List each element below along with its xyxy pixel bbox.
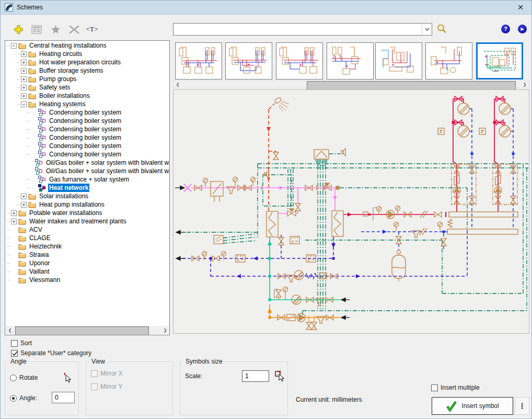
tree-item[interactable]: Condensing boiler system [5,142,169,150]
insert-symbol-button[interactable]: Insert symbol [432,397,513,415]
tree-item[interactable]: +Boiler installations [5,92,169,100]
scheme-thumbnail[interactable] [175,42,222,80]
pick-scale-button[interactable] [274,370,286,382]
tree-item[interactable]: Heiztechnik [5,242,169,251]
tree-horizontal-scrollbar[interactable]: ❮ ❯ [6,326,169,334]
tree-item[interactable]: −Central heating installations [5,41,169,50]
tree-item[interactable]: +Solar installations [5,192,169,200]
mirror-x-checkbox[interactable] [91,370,98,377]
delete-button[interactable] [68,23,80,36]
mirror-y-label: Mirror Y [100,383,122,390]
properties-button[interactable] [30,23,43,36]
tree-item[interactable]: Condensing boiler system [5,133,169,142]
angle-radio[interactable] [10,395,17,402]
tree-item[interactable]: Oil/Gas boiler + solar system with bival… [5,158,169,167]
scheme-thumbnail[interactable] [327,42,374,80]
scroll-right-icon[interactable]: ❯ [521,81,529,88]
scale-input[interactable] [242,370,269,382]
collapse-icon[interactable]: − [21,101,27,107]
tree-item[interactable]: Viessmann [5,276,169,284]
tree-item-label: Condensing boiler system [48,142,122,150]
tree-item[interactable]: Vaillant [5,267,169,276]
tree-guide [7,230,10,230]
scheme-thumbnail-selected[interactable] [476,42,523,80]
expand-icon[interactable]: + [21,85,27,90]
tree-item-label: Condensing boiler system [48,150,122,158]
tree-item[interactable]: +Hot water preparation circuits [5,58,169,66]
expand-icon[interactable]: + [21,202,27,208]
tree-item[interactable]: Heat network [5,184,169,192]
check-icon [11,349,19,357]
expand-icon[interactable]: + [21,60,27,65]
angle-input[interactable] [52,392,75,403]
scroll-left-icon[interactable]: ❮ [174,81,182,88]
more-options-button[interactable]: ⋮ [515,397,529,415]
text-symbol-button[interactable]: <T> [86,23,98,36]
rotate-option[interactable]: Rotate [10,374,38,382]
chevron-down-icon [425,28,430,31]
help-button[interactable]: ? [501,25,510,33]
scroll-right-icon[interactable]: ❯ [161,326,169,334]
scheme-thumbnail[interactable] [425,42,472,80]
search-input[interactable] [174,24,422,35]
tree-item[interactable]: ACV [5,225,169,234]
expander-spacer [11,252,17,258]
tree-item[interactable]: Condensing boiler system [5,108,169,117]
insert-multiple-option[interactable]: Insert multiple [431,384,480,392]
search-button[interactable] [435,22,448,35]
scroll-left-icon[interactable]: ❮ [6,326,14,334]
expand-icon[interactable]: + [11,210,17,216]
expand-icon[interactable]: + [21,51,27,57]
tree-item[interactable]: Condensing boiler system [5,117,169,125]
expand-icon[interactable]: + [21,93,27,99]
mirror-y-checkbox[interactable] [91,383,98,390]
tree-item[interactable]: +Safety sets [5,83,169,92]
scheme-preview-drawing [174,90,529,333]
sort-option[interactable]: Sort [11,339,32,347]
tree-item[interactable]: +Water intakes and treatment plants [5,217,169,225]
folder-icon [28,50,37,58]
collapse-icon[interactable]: − [11,43,17,49]
tree-item[interactable]: Uponor [5,259,169,267]
scheme-thumbnail[interactable] [276,42,323,80]
close-button[interactable]: ✕ [515,2,526,13]
scheme-icon [38,184,47,191]
play-button[interactable]: ▶ [518,25,527,33]
scheme-thumbnail[interactable] [375,42,422,80]
expand-icon[interactable]: + [11,219,17,224]
angle-option[interactable]: Angle: [10,394,37,402]
scheme-thumbnail[interactable] [225,42,272,80]
tree-item[interactable]: Oil/Gas boiler + solar system with bival… [5,167,169,175]
rotate-radio[interactable] [10,375,17,381]
separate-user-checkbox[interactable] [11,350,18,357]
tree-item[interactable]: +Buffer storage systems [5,66,169,75]
add-button[interactable] [12,23,25,36]
tree-item[interactable]: +Potable water installations [5,209,169,217]
expand-icon[interactable]: + [21,76,27,82]
tree-item[interactable]: Gas furnance + solar system [5,175,169,184]
blue-return-lines [361,109,513,276]
angle-group: Angle Rotate Angle: [5,361,79,415]
expand-icon[interactable]: + [21,68,27,74]
tree-item[interactable]: +Pump groups [5,75,169,83]
sort-checkbox[interactable] [11,340,18,347]
tree-scrollbar-thumb[interactable] [15,326,149,335]
search-dropdown-button[interactable] [422,24,432,35]
tree-item[interactable]: −Heating systems [5,100,169,108]
tree-item[interactable]: Strawa [5,251,169,259]
folder-icon [28,100,37,108]
separate-user-option[interactable]: Separate *User* category [11,349,91,357]
expander-spacer [11,261,17,266]
tree-item[interactable]: +Heat pump installations [5,200,169,209]
favorite-button[interactable] [49,23,62,36]
tree-guide [17,205,20,205]
insert-multiple-checkbox[interactable] [431,384,438,391]
tree-item[interactable]: CLAGE [5,234,169,242]
tree-item[interactable]: Condensing boiler system [5,150,169,158]
tree-item[interactable]: +Heating circuits [5,50,169,58]
title-bar: Schemes ✕ [1,1,531,15]
expand-icon[interactable]: + [21,194,27,199]
thumbnail-scrollbar[interactable]: ❮ ❯ [173,80,529,88]
folder-icon [28,75,37,83]
tree-item[interactable]: Condensing boiler system [5,125,169,133]
